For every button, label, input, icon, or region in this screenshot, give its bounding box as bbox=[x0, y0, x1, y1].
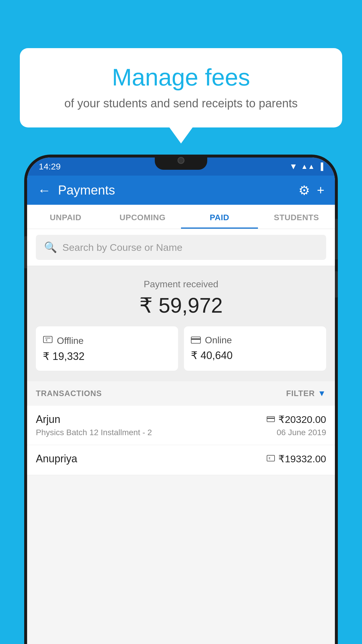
payment-total: ₹ 59,972 bbox=[36, 293, 326, 318]
status-icons: ▼ ▲▲ ▐ bbox=[289, 162, 323, 171]
tabs-container: UNPAID UPCOMING PAID STUDENTS bbox=[27, 205, 335, 229]
transaction-amount: ₹19332.00 bbox=[278, 453, 326, 465]
transaction-date: 06 June 2019 bbox=[277, 428, 326, 437]
offline-icon: ₹ bbox=[43, 335, 53, 347]
svg-rect-7 bbox=[267, 455, 275, 461]
online-card: Online ₹ 40,640 bbox=[184, 326, 326, 371]
svg-rect-3 bbox=[191, 337, 201, 343]
offline-card: ₹ Offline ₹ 19,332 bbox=[36, 326, 178, 371]
transactions-label: TRANSACTIONS bbox=[36, 389, 102, 398]
payment-summary: Payment received ₹ 59,972 ₹ bbox=[27, 266, 335, 381]
bubble-title: Manage fees bbox=[37, 64, 325, 90]
svg-text:₹: ₹ bbox=[268, 457, 270, 460]
transaction-bottom: Physics Batch 12 Installment - 2 06 June… bbox=[36, 428, 326, 437]
tab-paid[interactable]: PAID bbox=[181, 205, 258, 229]
offline-amount: ₹ 19,332 bbox=[43, 350, 171, 363]
svg-rect-5 bbox=[267, 416, 275, 422]
transactions-header: TRANSACTIONS FILTER ▼ bbox=[27, 381, 335, 406]
filter-icon: ▼ bbox=[318, 389, 326, 398]
transaction-amount-row: ₹ ₹19332.00 bbox=[267, 453, 326, 465]
svg-rect-0 bbox=[43, 336, 52, 343]
tab-upcoming[interactable]: UPCOMING bbox=[104, 205, 181, 229]
transaction-payment-icon bbox=[267, 415, 275, 424]
toolbar: ← Payments ⚙ + bbox=[27, 176, 335, 205]
back-button[interactable]: ← bbox=[38, 182, 51, 198]
tab-students[interactable]: STUDENTS bbox=[258, 205, 335, 229]
transaction-row[interactable]: Anupriya ₹ ₹19332.00 bbox=[27, 445, 335, 475]
transaction-row[interactable]: Arjun ₹20320.00 Physics Batch 12 Install… bbox=[27, 406, 335, 445]
svg-rect-4 bbox=[191, 338, 201, 340]
wifi-icon: ▼ bbox=[289, 162, 298, 171]
front-camera bbox=[178, 157, 184, 164]
transaction-payment-icon: ₹ bbox=[267, 454, 275, 463]
speech-bubble: Manage fees of your students and send re… bbox=[20, 48, 342, 127]
battery-icon: ▐ bbox=[318, 162, 323, 171]
tab-unpaid[interactable]: UNPAID bbox=[27, 205, 104, 229]
transaction-name: Arjun bbox=[36, 413, 60, 426]
online-type-label: Online bbox=[205, 335, 232, 346]
payment-received-label: Payment received bbox=[36, 279, 326, 290]
search-placeholder: Search by Course or Name bbox=[62, 242, 182, 253]
offline-type-label: Offline bbox=[57, 335, 84, 346]
search-container: 🔍 Search by Course or Name bbox=[27, 229, 335, 266]
status-time: 14:29 bbox=[39, 162, 61, 172]
online-icon bbox=[191, 335, 201, 346]
transaction-amount: ₹20320.00 bbox=[278, 414, 326, 425]
filter-label: FILTER bbox=[286, 389, 315, 398]
online-card-header: Online bbox=[191, 335, 319, 346]
settings-button[interactable]: ⚙ bbox=[298, 183, 310, 198]
transaction-top: Anupriya ₹ ₹19332.00 bbox=[36, 453, 326, 465]
phone-screen: 14:29 ▼ ▲▲ ▐ ← Payments ⚙ + UNPAID UPCOM… bbox=[27, 158, 335, 644]
svg-rect-6 bbox=[267, 418, 275, 419]
offline-card-header: ₹ Offline bbox=[43, 335, 171, 347]
bubble-subtitle: of your students and send receipts to pa… bbox=[37, 97, 325, 110]
toolbar-title: Payments bbox=[58, 183, 291, 197]
payment-cards: ₹ Offline ₹ 19,332 bbox=[36, 326, 326, 371]
online-amount: ₹ 40,640 bbox=[191, 349, 319, 362]
search-bar[interactable]: 🔍 Search by Course or Name bbox=[36, 235, 326, 260]
transaction-course: Physics Batch 12 Installment - 2 bbox=[36, 428, 152, 437]
add-button[interactable]: + bbox=[317, 183, 324, 197]
filter-button[interactable]: FILTER ▼ bbox=[286, 389, 326, 398]
svg-text:₹: ₹ bbox=[45, 339, 48, 343]
transaction-top: Arjun ₹20320.00 bbox=[36, 413, 326, 426]
signal-icon: ▲▲ bbox=[301, 162, 315, 171]
transaction-name: Anupriya bbox=[36, 453, 77, 465]
search-icon: 🔍 bbox=[44, 241, 57, 253]
transaction-amount-row: ₹20320.00 bbox=[267, 414, 326, 425]
camera-notch bbox=[155, 155, 207, 170]
phone-frame: 14:29 ▼ ▲▲ ▐ ← Payments ⚙ + UNPAID UPCOM… bbox=[24, 155, 338, 644]
